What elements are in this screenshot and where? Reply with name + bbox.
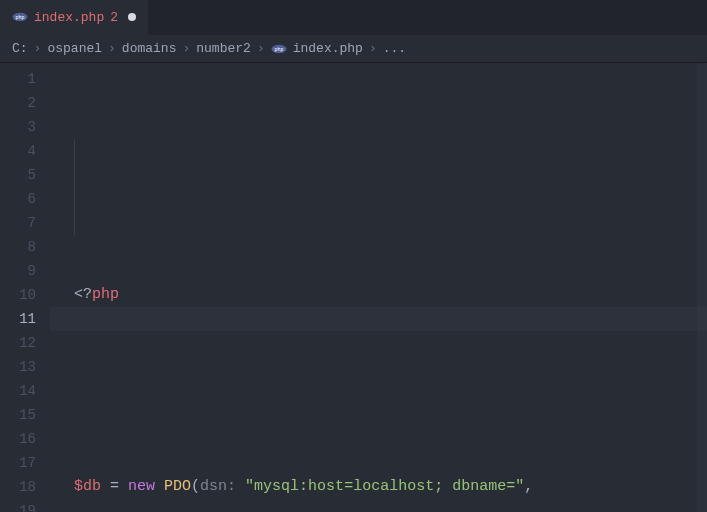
line-number: 8 [0,235,36,259]
tab-bar: php index.php 2 [0,0,707,35]
svg-text:php: php [15,14,24,20]
chevron-right-icon: › [108,41,116,56]
php-file-icon: php [12,9,28,25]
vertical-scrollbar[interactable] [697,63,707,512]
line-number: 4 [0,139,36,163]
line-number: 1 [0,67,36,91]
line-number: 14 [0,379,36,403]
line-number: 6 [0,187,36,211]
chevron-right-icon: › [34,41,42,56]
line-number: 19 [0,499,36,512]
line-number: 9 [0,259,36,283]
crumb-folder[interactable]: number2 [196,41,251,56]
editor[interactable]: 1 2 3 4 5 6 7 8 9 10 11 12 13 14 15 16 1… [0,63,707,512]
code-line: $db = new PDO(dsn: "mysql:host=localhost… [50,475,707,499]
line-number: 7 [0,211,36,235]
line-number: 12 [0,331,36,355]
tab-index-php[interactable]: php index.php 2 [0,0,148,35]
line-number: 16 [0,427,36,451]
breadcrumb[interactable]: C: › ospanel › domains › number2 › php i… [0,35,707,63]
code-line [50,187,707,211]
svg-text:php: php [274,45,283,51]
crumb-file[interactable]: index.php [293,41,363,56]
line-number: 18 [0,475,36,499]
crumb-symbol[interactable]: ... [383,41,406,56]
line-number: 3 [0,115,36,139]
code-area[interactable]: <?php $db = new PDO(dsn: "mysql:host=loc… [50,63,707,512]
line-number: 5 [0,163,36,187]
dirty-dot-icon [128,13,136,21]
line-number: 15 [0,403,36,427]
chevron-right-icon: › [369,41,377,56]
line-number: 13 [0,355,36,379]
active-line-highlight [50,307,707,331]
tab-label: index.php [34,10,104,25]
line-number: 2 [0,91,36,115]
crumb-drive[interactable]: C: [12,41,28,56]
tab-problem-badge: 2 [110,10,118,25]
code-line [50,379,707,403]
line-number-gutter: 1 2 3 4 5 6 7 8 9 10 11 12 13 14 15 16 1… [0,63,50,512]
php-file-icon: php [271,41,287,57]
line-number: 11 [0,307,36,331]
crumb-folder[interactable]: ospanel [47,41,102,56]
chevron-right-icon: › [182,41,190,56]
scrollbar-thumb[interactable] [697,63,707,512]
chevron-right-icon: › [257,41,265,56]
code-line: <?php [50,283,707,307]
line-number: 17 [0,451,36,475]
line-number: 10 [0,283,36,307]
crumb-folder[interactable]: domains [122,41,177,56]
